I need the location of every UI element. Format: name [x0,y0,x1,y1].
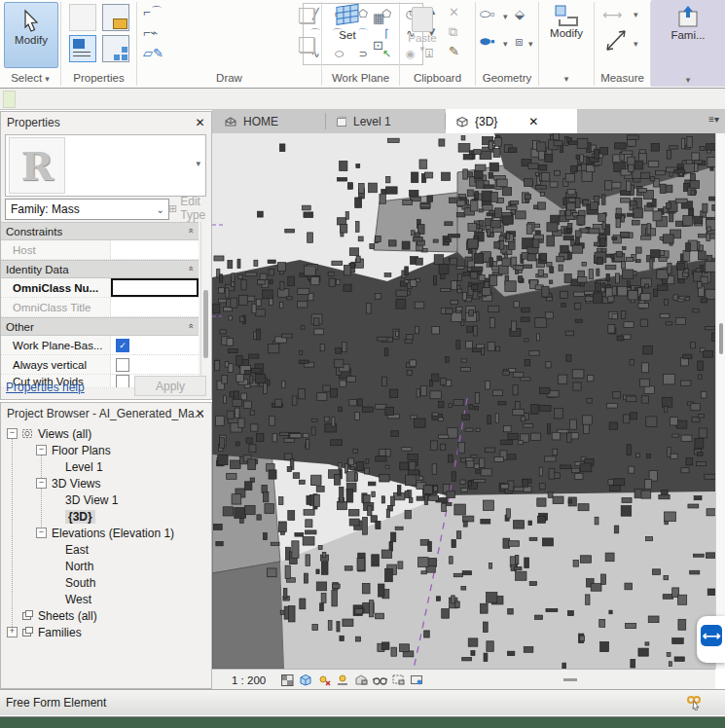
join-geometry-icon[interactable]: ⬙ [515,8,525,20]
tree-item-label[interactable]: North [65,560,93,573]
tree-item-label[interactable]: Sheets (all) [38,609,97,623]
work-plane-viewer-icon[interactable]: ⊡ [373,39,383,52]
status-selection-icon[interactable] [686,695,702,713]
tree-item-label[interactable]: South [65,576,95,590]
property-row-host[interactable]: Host [1,240,199,260]
tree-item-level-1[interactable]: Level 1 [1,458,209,475]
checkbox-icon[interactable] [116,358,129,372]
crop-region-icon[interactable] [390,673,406,687]
set-work-plane-button[interactable]: Set [328,2,367,64]
chevron-down-icon[interactable]: ▾ [634,39,638,49]
type-selector[interactable]: R ▾ [5,134,206,197]
tree-item-label[interactable]: Elevations (Elevation 1) [52,527,174,540]
tree-item-floor-plans[interactable]: −Floor Plans [1,442,209,458]
new-family-icon[interactable] [102,4,129,31]
expand-icon[interactable]: + [7,627,18,637]
tree-item-label[interactable]: Floor Plans [52,444,111,457]
properties-panel-label[interactable]: Properties [61,72,136,84]
family-category-icon[interactable] [102,35,129,62]
family-panel-expander[interactable]: ▾ [651,73,725,85]
collapse-icon[interactable]: − [36,528,47,538]
group-header-identity-data[interactable]: Identity Data» [1,260,199,278]
view-scale-button[interactable]: 1 : 200 [232,674,266,686]
checkbox-icon[interactable] [116,375,129,388]
chevron-down-icon[interactable]: ▾ [503,39,508,49]
tree-item-3d-views[interactable]: −3D Views [1,475,209,491]
properties-palette-title[interactable]: Properties [1,112,211,132]
visual-style-icon[interactable] [298,673,313,687]
omniclass-number-input[interactable] [111,278,199,297]
modify-tool-button[interactable]: Modify [547,4,586,58]
tree-item-label[interactable]: West [65,593,91,606]
tree-item-label[interactable]: 3D Views [52,477,100,491]
properties-help-link[interactable]: Properties help [6,381,85,394]
shadows-icon[interactable] [335,673,350,687]
canvas-hscroll-thumb[interactable] [563,678,577,681]
properties-palette-toggle-icon[interactable] [69,35,96,62]
tab-list-icon[interactable]: ≡▾ [708,114,719,125]
modify-button[interactable]: Modify [4,2,58,68]
property-row-work-plane-based[interactable]: Work Plane-Bas... ✓ [1,336,199,355]
tab-level-1[interactable]: Level 1 [326,109,460,133]
sketch-plane-icon[interactable]: ▱✎ [143,47,163,59]
tab-3d[interactable]: {3D} ✕ [446,109,577,133]
draw-panel-label[interactable]: Draw [137,72,321,84]
family-types-icon[interactable] [69,4,96,31]
collapse-icon[interactable]: − [7,428,18,439]
model-line-icon[interactable]: ⌐⌒ [143,6,163,18]
drawing-area-3d-view[interactable] [212,133,715,669]
work-plane-panel-label[interactable]: Work Plane [322,72,399,84]
measure-icon[interactable] [604,27,628,53]
match-type-icon[interactable]: ✎ [449,45,459,57]
chevron-down-icon[interactable]: ▾ [634,10,638,19]
tree-item-3d[interactable]: {3D} [1,508,209,525]
group-header-constraints[interactable]: Constraints» [1,222,199,240]
scrollbar-thumb[interactable] [719,323,723,354]
canvas-right-scrollbar[interactable] [715,133,725,669]
checkbox-checked-icon[interactable]: ✓ [116,339,129,352]
sun-path-icon[interactable] [316,673,332,687]
chevron-down-icon[interactable]: ▾ [503,12,508,21]
scrollbar-thumb[interactable] [203,290,208,358]
property-row-omniclass-number[interactable]: OmniClass Nu... [1,278,199,298]
load-into-project-button[interactable]: Fami... [669,4,707,58]
chevron-down-icon[interactable]: ▾ [528,39,533,49]
tree-item-views-all[interactable]: −Views (all) [1,425,209,442]
tree-item-3d-view-1[interactable]: 3D View 1 [1,491,209,508]
demolish-icon[interactable]: ⧈ [515,35,523,48]
tree-item-label[interactable]: Level 1 [65,460,103,474]
tree-item-families[interactable]: +Families [1,624,209,640]
tree-item-west[interactable]: West [1,591,209,607]
collapse-icon[interactable]: − [36,445,47,455]
cut-geometry-icon[interactable]: ⬭▫ [480,8,495,20]
detail-level-icon[interactable] [279,673,295,687]
modify-panel-expander[interactable]: ▾ [539,72,594,84]
group-header-other[interactable]: Other» [1,317,199,336]
show-work-plane-icon[interactable]: ▦ [373,12,384,24]
tree-item-label[interactable]: East [65,543,89,557]
property-row-omniclass-title[interactable]: OmniClass Title [1,298,199,317]
temporary-hide-isolate-icon[interactable] [372,673,387,687]
measure-panel-label[interactable]: Measure [595,72,650,84]
select-panel-label[interactable]: Select ▾ [0,72,60,84]
chevron-down-icon[interactable]: ▾ [196,159,200,168]
teamviewer-handle[interactable]: ⟷ [697,616,725,663]
tree-item-elevations-elevation-1[interactable]: −Elevations (Elevation 1) [1,525,209,541]
properties-scrollbar[interactable] [200,222,211,376]
close-tab-icon[interactable]: ✕ [528,115,538,128]
tree-item-label[interactable]: 3D View 1 [65,493,118,507]
reference-line-icon[interactable]: ⌐⌁ [143,26,158,39]
tree-item-north[interactable]: North [1,558,209,574]
tree-item-east[interactable]: East [1,541,209,558]
tree-item-label[interactable]: Families [38,626,82,639]
tree-item-label[interactable]: {3D} [65,510,95,524]
close-icon[interactable]: ✕ [193,115,207,129]
reveal-hidden-elements-icon[interactable] [409,673,424,687]
close-icon[interactable]: ✕ [193,406,207,420]
lock-3d-view-icon[interactable] [353,673,369,687]
geometry-panel-label[interactable]: Geometry [476,72,538,84]
tab-home[interactable]: HOME [214,109,339,133]
tree-item-south[interactable]: South [1,574,209,591]
tree-item-sheets-all[interactable]: Sheets (all) [1,607,209,624]
clipboard-panel-label[interactable]: Clipboard [400,72,475,84]
